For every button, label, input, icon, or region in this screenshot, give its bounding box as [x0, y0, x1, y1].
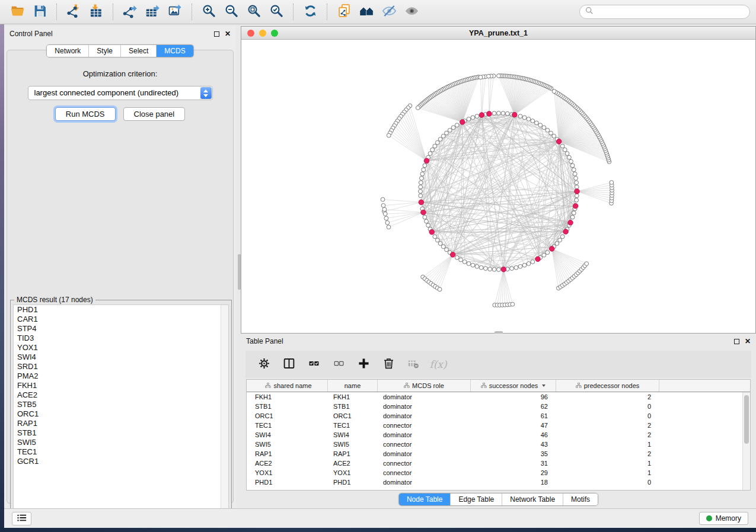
table-cell: 47	[471, 421, 556, 430]
tab-node-table[interactable]: Node Table	[399, 493, 451, 505]
dropdown-stepper-icon	[200, 87, 212, 99]
table-row[interactable]: SWI5SWI5connector431	[247, 440, 750, 449]
zoom-in-button[interactable]	[197, 2, 220, 22]
table-cell: dominator	[378, 392, 471, 402]
mcds-result-item[interactable]: RAP1	[14, 419, 228, 428]
minimize-window-icon[interactable]	[259, 30, 266, 37]
mcds-result-item[interactable]: ACE2	[14, 390, 228, 400]
table-cell: PHD1	[328, 477, 378, 487]
mcds-list-scrollbar[interactable]	[221, 305, 228, 519]
column-header-successor-nodes[interactable]: successor nodes	[471, 380, 556, 392]
tab-network-table[interactable]: Network Table	[502, 493, 563, 505]
export-network-button[interactable]	[119, 2, 141, 22]
task-history-button[interactable]	[12, 512, 31, 525]
close-panel-button[interactable]: Close panel	[123, 107, 186, 121]
mcds-result-list[interactable]: PHD1CAR1STP4TID3YOX1SWI4SRD1PMA2FKH1ACE2…	[13, 305, 229, 520]
export-image-button[interactable]	[164, 2, 186, 22]
show-all-button[interactable]	[400, 2, 423, 22]
mcds-result-item[interactable]: PHD1	[14, 305, 228, 315]
zoom-fit-button[interactable]	[243, 2, 265, 22]
table-cell: 2	[556, 449, 659, 459]
column-header-name[interactable]: name	[328, 380, 378, 392]
zoom-selected-button[interactable]	[265, 2, 288, 22]
export-table-button[interactable]	[141, 2, 164, 22]
column-settings-button[interactable]	[254, 354, 274, 375]
mcds-result-item[interactable]: TEC1	[14, 447, 228, 457]
deselect-all-button[interactable]	[328, 354, 349, 375]
mcds-result-item[interactable]: TID3	[14, 334, 228, 343]
add-entry-button[interactable]	[353, 354, 374, 375]
table-cell: RAP1	[328, 449, 378, 459]
traffic-lights	[247, 30, 278, 37]
hide-selected-button[interactable]	[378, 2, 400, 22]
table-row[interactable]: STB1STB1dominator620	[247, 402, 750, 411]
float-table-panel-icon[interactable]	[734, 339, 739, 344]
mcds-result-item[interactable]: GCR1	[14, 457, 228, 466]
control-panel-title: Control Panel	[9, 30, 53, 38]
open-file-button[interactable]	[6, 2, 28, 22]
table-row[interactable]: ORC1ORC1dominator610	[247, 411, 750, 421]
search-input[interactable]	[596, 7, 744, 17]
first-neighbors-button[interactable]	[355, 2, 378, 22]
vertical-splitter-handle[interactable]	[238, 254, 241, 290]
table-row[interactable]: YOX1YOX1connector291	[247, 468, 750, 477]
table-row[interactable]: PHD1PHD1dominator180	[247, 477, 750, 487]
mcds-result-item[interactable]: STP4	[14, 324, 228, 334]
table-scrollbar-thumb[interactable]	[744, 395, 749, 444]
tab-edge-table[interactable]: Edge Table	[450, 493, 502, 505]
network-graph[interactable]	[241, 40, 755, 333]
table-cell: FKH1	[328, 392, 378, 402]
column-header-shared-name[interactable]: shared name	[250, 380, 328, 392]
delete-table-button[interactable]	[403, 354, 423, 375]
table-cell: dominator	[378, 449, 471, 459]
function-builder-button[interactable]: f(x)	[428, 354, 448, 375]
run-mcds-button[interactable]: Run MCDS	[55, 107, 116, 121]
mcds-result-item[interactable]: SRD1	[14, 362, 228, 371]
mcds-result-item[interactable]: FKH1	[14, 381, 228, 390]
import-table-button[interactable]	[85, 2, 107, 22]
table-row[interactable]: RAP1RAP1dominator352	[247, 449, 750, 459]
table-row[interactable]: FKH1FKH1dominator962	[247, 392, 750, 402]
delete-entry-button[interactable]	[378, 354, 398, 375]
select-all-button[interactable]	[304, 354, 324, 375]
zoom-out-button[interactable]	[220, 2, 243, 22]
column-header-predecessor-nodes[interactable]: predecessor nodes	[556, 380, 659, 392]
table-row[interactable]: ACE2ACE2connector311	[247, 459, 750, 468]
table-cell: dominator	[378, 411, 471, 421]
mcds-result-item[interactable]: ORC1	[14, 409, 228, 419]
mcds-result-item[interactable]: CAR1	[14, 315, 228, 324]
mcds-result-item[interactable]: PMA2	[14, 371, 228, 381]
tab-mcds[interactable]: MCDS	[156, 45, 193, 57]
mcds-result-item[interactable]: STB1	[14, 428, 228, 438]
table-cell: connector	[378, 468, 471, 477]
copy-network-button[interactable]	[333, 2, 355, 22]
refresh-button[interactable]	[299, 2, 321, 22]
table-scrollbar[interactable]	[742, 392, 750, 490]
table-row[interactable]: TEC1TEC1connector472	[247, 421, 750, 430]
memory-button[interactable]: Memory	[699, 512, 748, 525]
close-table-panel-icon[interactable]: ✕	[745, 338, 751, 345]
search-box[interactable]	[579, 5, 750, 19]
maximize-window-icon[interactable]	[271, 30, 278, 37]
zoom-in-icon	[202, 4, 216, 20]
tab-style[interactable]: Style	[88, 45, 120, 57]
float-panel-icon[interactable]	[214, 31, 219, 37]
table-row[interactable]: SWI4SWI4dominator462	[247, 430, 750, 440]
show-column-button[interactable]	[279, 354, 299, 375]
save-session-button[interactable]	[28, 2, 51, 22]
tab-motifs[interactable]: Motifs	[563, 493, 598, 505]
import-network-button[interactable]	[62, 2, 85, 22]
tab-network[interactable]: Network	[47, 45, 88, 57]
tab-select[interactable]: Select	[120, 45, 156, 57]
network-window-titlebar[interactable]: YPA_prune.txt_1	[241, 27, 755, 40]
close-window-icon[interactable]	[247, 30, 254, 37]
close-panel-icon[interactable]: ✕	[225, 30, 231, 37]
mcds-result-item[interactable]: SWI4	[14, 352, 228, 362]
mcds-result-item[interactable]: SWI5	[14, 438, 228, 447]
column-header-MCDS-role[interactable]: MCDS role	[378, 380, 471, 392]
table-cell: 2	[556, 421, 659, 430]
criterion-dropdown[interactable]: largest connected component (undirected)	[28, 86, 213, 100]
mcds-result-item[interactable]: STB5	[14, 400, 228, 409]
mcds-result-item[interactable]: YOX1	[14, 343, 228, 352]
control-panel-header: Control Panel ✕	[4, 26, 236, 41]
